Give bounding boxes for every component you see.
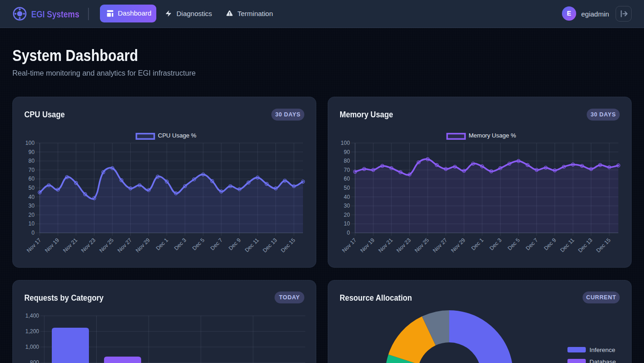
svg-text:Dec 13: Dec 13 <box>261 236 278 253</box>
svg-text:10: 10 <box>344 220 350 227</box>
svg-text:30: 30 <box>344 203 350 209</box>
svg-text:Nov 23: Nov 23 <box>395 236 412 253</box>
svg-text:Dec 15: Dec 15 <box>595 236 612 253</box>
svg-text:0: 0 <box>347 230 350 236</box>
svg-text:100: 100 <box>341 140 350 146</box>
svg-text:Dec 9: Dec 9 <box>543 236 557 251</box>
svg-text:Dec 1: Dec 1 <box>154 236 169 251</box>
svg-text:Nov 27: Nov 27 <box>116 236 133 253</box>
svg-text:800: 800 <box>30 359 39 363</box>
svg-text:70: 70 <box>28 167 35 173</box>
svg-text:Inference: Inference <box>589 346 615 353</box>
svg-text:Dec 11: Dec 11 <box>559 236 575 253</box>
svg-text:Nov 27: Nov 27 <box>432 236 449 253</box>
svg-text:80: 80 <box>344 158 350 164</box>
svg-text:Memory Usage %: Memory Usage % <box>469 132 517 139</box>
svg-text:Nov 29: Nov 29 <box>450 236 467 253</box>
svg-text:100: 100 <box>25 140 34 146</box>
svg-text:Nov 17: Nov 17 <box>341 236 358 253</box>
svg-text:Nov 19: Nov 19 <box>359 236 376 253</box>
svg-text:Nov 19: Nov 19 <box>44 236 61 253</box>
svg-text:Dec 7: Dec 7 <box>524 236 539 251</box>
svg-text:Nov 25: Nov 25 <box>98 236 115 253</box>
svg-text:60: 60 <box>28 176 35 182</box>
svg-text:Nov 21: Nov 21 <box>62 236 79 253</box>
svg-text:70: 70 <box>344 167 350 173</box>
svg-text:Dec 15: Dec 15 <box>280 236 297 253</box>
svg-text:90: 90 <box>28 149 35 155</box>
svg-text:Nov 23: Nov 23 <box>80 236 97 253</box>
svg-text:Nov 25: Nov 25 <box>413 236 430 253</box>
svg-text:20: 20 <box>28 212 35 218</box>
svg-text:0: 0 <box>32 230 35 236</box>
svg-text:30: 30 <box>28 203 35 209</box>
svg-text:Nov 21: Nov 21 <box>377 236 394 253</box>
svg-text:CPU Usage %: CPU Usage % <box>158 132 197 139</box>
svg-text:Nov 29: Nov 29 <box>134 236 151 253</box>
svg-text:Dec 11: Dec 11 <box>243 236 260 253</box>
svg-text:Dec 13: Dec 13 <box>577 236 594 253</box>
svg-text:Nov 17: Nov 17 <box>26 236 43 253</box>
svg-text:1,400: 1,400 <box>25 313 39 319</box>
svg-text:Dec 9: Dec 9 <box>227 236 242 251</box>
svg-text:50: 50 <box>344 185 350 191</box>
svg-text:20: 20 <box>344 212 350 218</box>
svg-text:1,000: 1,000 <box>25 344 39 350</box>
svg-text:Dec 5: Dec 5 <box>191 236 206 251</box>
svg-text:60: 60 <box>344 176 350 182</box>
svg-text:40: 40 <box>28 194 35 200</box>
svg-text:80: 80 <box>28 158 35 164</box>
svg-text:Dec 3: Dec 3 <box>488 236 503 251</box>
svg-text:Database: Database <box>589 358 616 363</box>
svg-text:1,200: 1,200 <box>25 328 39 335</box>
svg-text:Dec 1: Dec 1 <box>470 236 484 251</box>
svg-text:90: 90 <box>344 149 350 155</box>
svg-text:Dec 7: Dec 7 <box>209 236 224 251</box>
svg-text:10: 10 <box>28 220 35 227</box>
svg-text:50: 50 <box>28 185 35 191</box>
svg-text:40: 40 <box>344 194 350 200</box>
svg-text:Dec 5: Dec 5 <box>506 236 521 251</box>
svg-text:Dec 3: Dec 3 <box>173 236 187 251</box>
